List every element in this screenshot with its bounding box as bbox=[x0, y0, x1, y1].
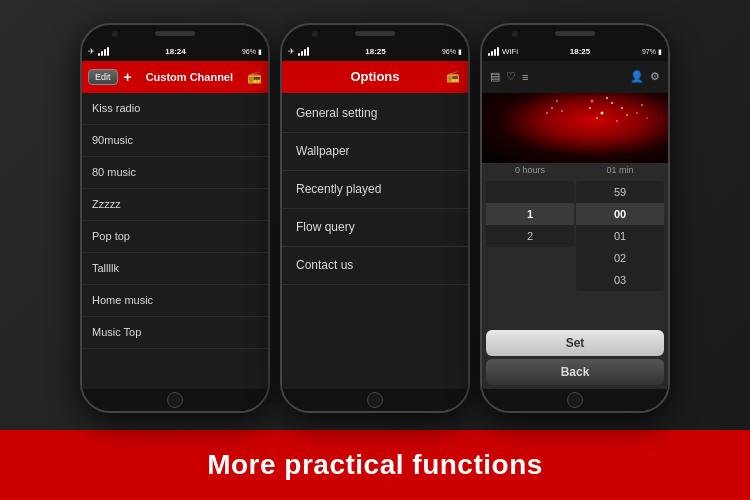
signal-bar-4 bbox=[107, 47, 109, 56]
phone-3-top bbox=[482, 25, 668, 43]
options-list: General setting Wallpaper Recently playe… bbox=[282, 93, 468, 389]
battery-icon-2: ▮ bbox=[458, 48, 462, 56]
signal-bar-1 bbox=[98, 53, 100, 56]
phone-1-nav-title: Custom Channel bbox=[136, 71, 243, 83]
home-button-1[interactable] bbox=[167, 392, 183, 408]
list-item[interactable]: 80 music bbox=[82, 157, 268, 189]
svg-point-0 bbox=[601, 111, 604, 114]
phone-3-status-bar: WiFi 18:25 97% ▮ bbox=[482, 43, 668, 61]
svg-point-8 bbox=[626, 114, 628, 116]
main-container: ✈ 18:24 96% ▮ bbox=[0, 0, 750, 500]
phone-3-nav-icons: ▤ ♡ ≡ bbox=[490, 70, 528, 83]
signal-bar bbox=[491, 51, 493, 56]
svg-point-1 bbox=[611, 102, 613, 104]
fireworks-bg bbox=[482, 93, 668, 163]
timer-number: 03 bbox=[576, 269, 664, 291]
phone-1-bottom bbox=[82, 389, 268, 411]
bottom-bar: More practical functions bbox=[0, 430, 750, 500]
channel-list: Kiss radio 90music 80 music Zzzzz Pop to… bbox=[82, 93, 268, 389]
phone-1-battery-area: 96% ▮ bbox=[242, 48, 262, 56]
phone-3-screen: WiFi 18:25 97% ▮ ▤ ♡ ≡ 👤 bbox=[482, 43, 668, 389]
radio-icon-2: 📻 bbox=[446, 70, 460, 83]
home-button-2[interactable] bbox=[367, 392, 383, 408]
list-item[interactable]: Home music bbox=[82, 285, 268, 317]
svg-point-13 bbox=[641, 104, 643, 106]
signal-bar bbox=[304, 49, 306, 56]
list-item[interactable]: Kiss radio bbox=[82, 93, 268, 125]
phone-3-speaker bbox=[555, 31, 595, 36]
phone-1-top bbox=[82, 25, 268, 43]
options-item-general[interactable]: General setting bbox=[282, 95, 468, 133]
add-channel-button[interactable]: + bbox=[124, 69, 132, 85]
channel-name: 90music bbox=[92, 134, 133, 146]
battery-icon-3: ▮ bbox=[658, 48, 662, 56]
options-item-contact[interactable]: Contact us bbox=[282, 247, 468, 285]
phone-2-bottom bbox=[282, 389, 468, 411]
signal-bar bbox=[301, 51, 303, 56]
phone-2-status-left: ✈ bbox=[288, 47, 309, 56]
phone-3-time: 18:25 bbox=[570, 47, 590, 56]
channel-name: Tallllk bbox=[92, 262, 119, 274]
edit-button[interactable]: Edit bbox=[88, 69, 118, 85]
signal-bar bbox=[494, 49, 496, 56]
signal-bars-2 bbox=[298, 47, 309, 56]
options-label: Wallpaper bbox=[296, 144, 350, 158]
phone-2-battery-area: 96% ▮ bbox=[442, 48, 462, 56]
channel-name: Zzzzz bbox=[92, 198, 121, 210]
timer-buttons: Set Back bbox=[482, 326, 668, 389]
list-item[interactable]: 90music bbox=[82, 125, 268, 157]
hours-label: 0 hours bbox=[486, 165, 574, 175]
svg-point-10 bbox=[556, 100, 558, 102]
timer-number: 59 bbox=[576, 181, 664, 203]
signal-bar bbox=[298, 53, 300, 56]
phone-3-nav-right-icons: 👤 ⚙ bbox=[630, 70, 660, 83]
signal-bar bbox=[488, 53, 490, 56]
phone-2-top bbox=[282, 25, 468, 43]
svg-point-14 bbox=[636, 112, 638, 114]
phone-2-speaker bbox=[355, 31, 395, 36]
heart-icon[interactable]: ♡ bbox=[506, 70, 516, 83]
menu-icon[interactable]: ≡ bbox=[522, 71, 528, 83]
hours-numbers[interactable]: -- 1 2 bbox=[486, 181, 574, 247]
options-item-recently-played[interactable]: Recently played bbox=[282, 171, 468, 209]
channel-name: Music Top bbox=[92, 326, 141, 338]
svg-point-9 bbox=[551, 107, 553, 109]
gear-icon[interactable]: ⚙ bbox=[650, 70, 660, 83]
list-item[interactable]: Tallllk bbox=[82, 253, 268, 285]
timer-number: 02 bbox=[576, 247, 664, 269]
phone-2-screen: ✈ 18:25 96% ▮ bbox=[282, 43, 468, 389]
signal-bar bbox=[497, 47, 499, 56]
list-item[interactable]: Music Top bbox=[82, 317, 268, 349]
svg-point-15 bbox=[646, 117, 648, 119]
radio-icon: 📻 bbox=[247, 70, 262, 84]
hours-column: -- 1 2 bbox=[486, 181, 574, 326]
options-item-flow-query[interactable]: Flow query bbox=[282, 209, 468, 247]
timer-number: 01 bbox=[576, 225, 664, 247]
card-icon[interactable]: ▤ bbox=[490, 70, 500, 83]
phone-1-camera bbox=[112, 31, 118, 37]
signal-bars-3 bbox=[488, 47, 499, 56]
phone-3-navbar: ▤ ♡ ≡ 👤 ⚙ bbox=[482, 61, 668, 93]
timer-columns: -- 1 2 59 00 01 bbox=[482, 177, 668, 326]
minutes-numbers[interactable]: 59 00 01 02 03 bbox=[576, 181, 664, 291]
phone-2-status-bar: ✈ 18:25 96% ▮ bbox=[282, 43, 468, 61]
options-label: Contact us bbox=[296, 258, 353, 272]
back-button[interactable]: Back bbox=[486, 359, 664, 385]
set-button[interactable]: Set bbox=[486, 330, 664, 356]
airplane-icon: ✈ bbox=[88, 47, 95, 56]
list-item[interactable]: Pop top bbox=[82, 221, 268, 253]
phone-2-navbar: Options 📻 bbox=[282, 61, 468, 93]
svg-point-12 bbox=[561, 110, 563, 112]
signal-bar-2 bbox=[101, 51, 103, 56]
person-icon[interactable]: 👤 bbox=[630, 70, 644, 83]
list-item[interactable]: Zzzzz bbox=[82, 189, 268, 221]
channel-name: Home music bbox=[92, 294, 153, 306]
phone-1-battery: 96% bbox=[242, 48, 256, 55]
signal-bar-3 bbox=[104, 49, 106, 56]
svg-point-6 bbox=[616, 120, 618, 122]
phone-1: ✈ 18:24 96% ▮ bbox=[80, 23, 270, 413]
phone-3-battery-area: 97% ▮ bbox=[642, 48, 662, 56]
minutes-column: 59 00 01 02 03 bbox=[576, 181, 664, 326]
home-button-3[interactable] bbox=[567, 392, 583, 408]
options-item-wallpaper[interactable]: Wallpaper bbox=[282, 133, 468, 171]
